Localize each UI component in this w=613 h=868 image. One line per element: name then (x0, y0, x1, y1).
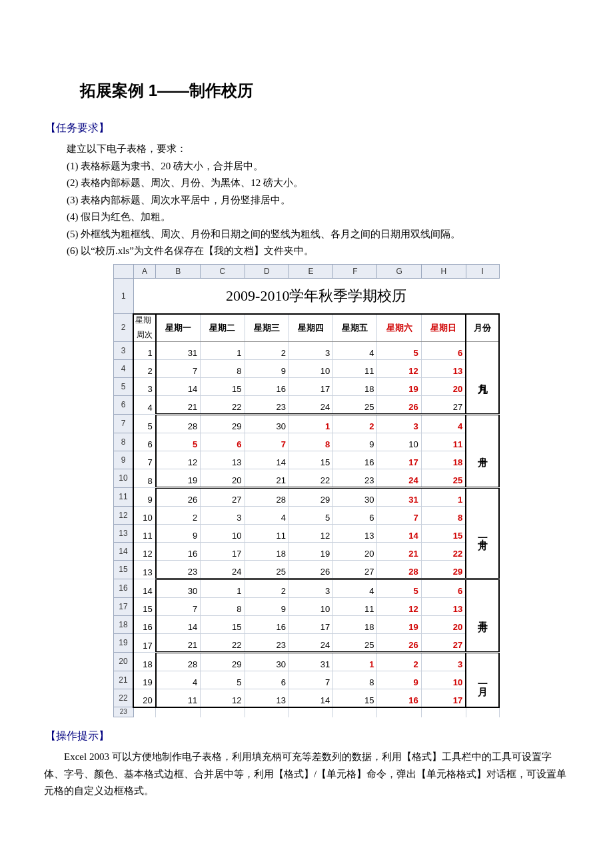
column-letter: I (466, 264, 499, 278)
column-letter: B (156, 264, 201, 278)
date-cell: 30 (333, 487, 377, 506)
date-cell: 15 (201, 615, 245, 633)
date-cell: 8 (333, 671, 377, 689)
date-cell: 4 (245, 506, 289, 524)
row-number: 19 (114, 633, 134, 652)
row-number: 16 (114, 579, 134, 597)
date-cell: 16 (156, 542, 201, 560)
date-cell: 8 (201, 597, 245, 615)
date-cell: 16 (333, 451, 377, 469)
row-number: 1 (114, 278, 134, 314)
row-number: 13 (114, 524, 134, 542)
row-number: 20 (114, 652, 134, 671)
date-cell: 2 (156, 506, 201, 524)
empty-cell (201, 707, 245, 717)
row-number: 21 (114, 671, 134, 689)
row-number: 11 (114, 487, 134, 506)
date-cell: 31 (377, 487, 421, 506)
date-cell: 20 (333, 542, 377, 560)
date-cell: 23 (333, 469, 377, 487)
date-cell: 20 (421, 615, 466, 633)
empty-cell (245, 707, 289, 717)
date-cell: 5 (377, 341, 421, 359)
date-cell: 18 (245, 542, 289, 560)
sheet-corner (114, 264, 134, 278)
date-cell: 1 (333, 652, 377, 671)
date-cell: 18 (421, 451, 466, 469)
date-cell: 19 (289, 542, 332, 560)
date-cell: 26 (156, 487, 201, 506)
row-number: 15 (114, 560, 134, 579)
date-cell: 14 (289, 689, 332, 707)
date-cell: 18 (333, 377, 377, 395)
row-number: 4 (114, 359, 134, 377)
week-number: 11 (133, 524, 156, 542)
date-cell: 15 (201, 377, 245, 395)
week-number: 2 (133, 359, 156, 377)
row-number: 5 (114, 377, 134, 395)
table-title: 2009-2010学年秋季学期校历 (133, 278, 499, 314)
date-cell: 12 (289, 524, 332, 542)
date-cell: 14 (377, 524, 421, 542)
date-cell: 1 (421, 487, 466, 506)
date-cell: 3 (377, 414, 421, 433)
date-cell: 26 (377, 395, 421, 414)
date-cell: 12 (377, 359, 421, 377)
date-cell: 3 (289, 579, 332, 597)
week-number: 6 (133, 433, 156, 451)
date-cell: 27 (421, 395, 466, 414)
empty-cell (333, 707, 377, 717)
date-cell: 30 (156, 579, 201, 597)
week-number: 7 (133, 451, 156, 469)
date-cell: 30 (245, 652, 289, 671)
date-cell: 18 (333, 615, 377, 633)
date-cell: 1 (201, 341, 245, 359)
column-letter: E (289, 264, 332, 278)
date-cell: 5 (156, 433, 201, 451)
row-number: 22 (114, 689, 134, 707)
month-header: 月份 (466, 314, 499, 342)
month-cell: 一月 (466, 652, 499, 707)
date-cell: 28 (245, 487, 289, 506)
requirement-item: (2) 表格内部标题、周次、月份、为黑体、12 磅大小。 (67, 175, 573, 192)
requirement-item: (4) 假日为红色、加粗。 (67, 209, 573, 226)
date-cell: 10 (377, 433, 421, 451)
week-number: 5 (133, 414, 156, 433)
month-cell: 九月 (466, 341, 499, 414)
row-number: 2 (114, 314, 134, 342)
date-cell: 22 (289, 469, 332, 487)
date-cell: 2 (333, 414, 377, 433)
column-letter: A (133, 264, 156, 278)
column-letter: C (201, 264, 245, 278)
weekday-header: 星期六 (377, 314, 421, 342)
column-letter: H (421, 264, 466, 278)
date-cell: 7 (245, 433, 289, 451)
date-cell: 27 (201, 487, 245, 506)
date-cell: 10 (289, 597, 332, 615)
month-cell: 十月 (466, 414, 499, 487)
date-cell: 9 (245, 597, 289, 615)
date-cell: 24 (289, 395, 332, 414)
date-cell: 9 (333, 433, 377, 451)
date-cell: 8 (421, 506, 466, 524)
month-cell: 十二月 (466, 579, 499, 652)
date-cell: 2 (245, 579, 289, 597)
week-number: 1 (133, 341, 156, 359)
date-cell: 24 (201, 560, 245, 579)
date-cell: 7 (156, 359, 201, 377)
weekday-header: 星期二 (201, 314, 245, 342)
date-cell: 24 (377, 469, 421, 487)
row-number: 6 (114, 395, 134, 414)
row-number: 3 (114, 341, 134, 359)
empty-cell (156, 707, 201, 717)
requirement-item: (6) 以“校历.xls”为文件名保存在【我的文档】文件夹中。 (67, 243, 573, 260)
date-cell: 26 (289, 560, 332, 579)
date-cell: 31 (289, 652, 332, 671)
row-number: 12 (114, 506, 134, 524)
date-cell: 5 (377, 579, 421, 597)
page-heading: 拓展案例 1——制作校历 (80, 80, 573, 101)
date-cell: 26 (377, 633, 421, 652)
weekday-header: 星期三 (245, 314, 289, 342)
date-cell: 21 (156, 395, 201, 414)
date-cell: 17 (421, 689, 466, 707)
